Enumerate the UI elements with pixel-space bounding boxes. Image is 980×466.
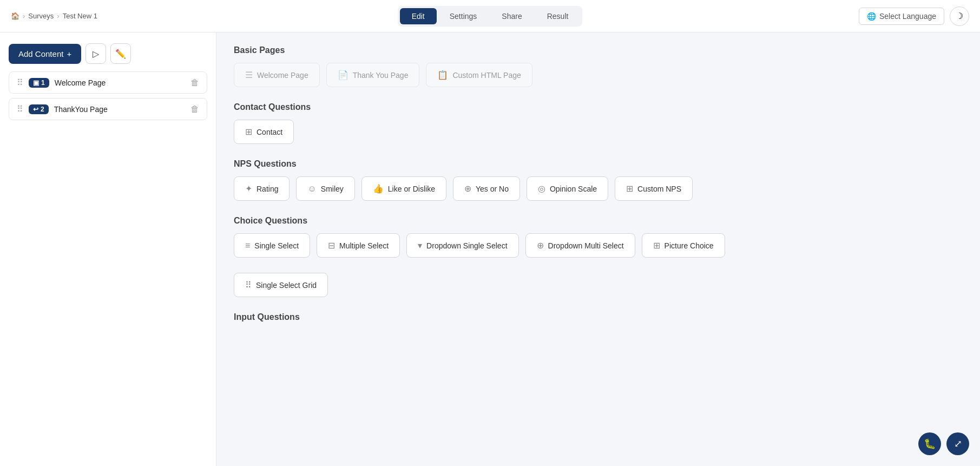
section-basic-pages: Basic Pages ☰ Welcome Page 📄 Thank You P… xyxy=(234,45,963,87)
card-multiple-select[interactable]: ⊟ Multiple Select xyxy=(317,233,400,258)
yes-or-no-icon: ⊕ xyxy=(464,183,471,194)
expand-icon: ⤢ xyxy=(954,438,962,450)
picture-choice-icon: ⊞ xyxy=(653,240,660,251)
cards-row-choice-2: ⠿ Single Select Grid xyxy=(234,273,963,297)
card-contact[interactable]: ⊞ Contact xyxy=(234,120,294,144)
select-language-button[interactable]: 🌐 Select Language xyxy=(859,8,944,25)
opinion-scale-icon: ◎ xyxy=(538,183,545,194)
page-label-1: Welcome Page xyxy=(55,78,185,87)
card-rating[interactable]: ✦ Rating xyxy=(234,176,290,201)
sep-2: › xyxy=(57,12,59,20)
section-contact-questions: Contact Questions ⊞ Contact xyxy=(234,102,963,144)
sidebar: Add Content + ▷ ✏️ ⠿ ▣ 1 Welcome Page 🗑 xyxy=(0,32,216,466)
language-icon: 🌐 xyxy=(867,12,876,21)
card-smiley[interactable]: ☺ Smiley xyxy=(296,176,354,201)
card-like-or-dislike[interactable]: 👍 Like or Dislike xyxy=(361,176,446,201)
section-title-choice: Choice Questions xyxy=(234,216,963,226)
fab-area: 🐛 ⤢ xyxy=(918,432,969,455)
card-label-multiple-select: Multiple Select xyxy=(339,241,389,250)
dark-mode-toggle[interactable]: ☽ xyxy=(950,6,969,26)
cards-row-choice: ≡ Single Select ⊟ Multiple Select ▾ Drop… xyxy=(234,233,963,258)
card-dropdown-single-select[interactable]: ▾ Dropdown Single Select xyxy=(406,233,518,258)
nav-tabs: Edit Settings Share Result xyxy=(398,6,583,27)
breadcrumb-area: 🏠 › Surveys › Test New 1 xyxy=(11,12,393,20)
sidebar-item-thankyou-page[interactable]: ⠿ ↩ 2 ThankYou Page 🗑 xyxy=(9,98,207,120)
card-label-picture-choice: Picture Choice xyxy=(665,241,714,250)
sep-1: › xyxy=(23,12,25,20)
section-nps-questions: NPS Questions ✦ Rating ☺ Smiley 👍 Like o… xyxy=(234,159,963,201)
badge-icon-1: ▣ xyxy=(33,79,39,87)
card-label-dropdown-multi-select: Dropdown Multi Select xyxy=(548,241,624,250)
tab-edit[interactable]: Edit xyxy=(400,8,437,24)
single-select-icon: ≡ xyxy=(245,241,250,251)
section-title-contact: Contact Questions xyxy=(234,102,963,112)
multiple-select-icon: ⊟ xyxy=(328,240,335,251)
tab-result[interactable]: Result xyxy=(535,8,581,24)
card-label-like-or-dislike: Like or Dislike xyxy=(388,185,435,193)
cards-row-contact: ⊞ Contact xyxy=(234,120,963,144)
card-yes-or-no[interactable]: ⊕ Yes or No xyxy=(453,176,520,201)
tab-share[interactable]: Share xyxy=(490,8,534,24)
card-dropdown-multi-select[interactable]: ⊕ Dropdown Multi Select xyxy=(525,233,635,258)
edit-icon-button[interactable]: ✏️ xyxy=(110,43,131,64)
delete-page-1-button[interactable]: 🗑 xyxy=(190,78,199,88)
card-label-rating: Rating xyxy=(256,185,278,193)
plus-icon: + xyxy=(67,49,71,58)
card-custom-html-page[interactable]: 📋 Custom HTML Page xyxy=(426,63,532,87)
card-picture-choice[interactable]: ⊞ Picture Choice xyxy=(642,233,725,258)
main-layout: Add Content + ▷ ✏️ ⠿ ▣ 1 Welcome Page 🗑 xyxy=(0,32,980,466)
tab-settings[interactable]: Settings xyxy=(438,8,489,24)
card-single-select-grid[interactable]: ⠿ Single Select Grid xyxy=(234,273,328,297)
bug-report-button[interactable]: 🐛 xyxy=(918,432,941,455)
section-input-questions: Input Questions xyxy=(234,312,963,322)
section-choice-questions: Choice Questions ≡ Single Select ⊟ Multi… xyxy=(234,216,963,297)
topnav: 🏠 › Surveys › Test New 1 Edit Settings S… xyxy=(0,0,980,32)
thank-you-page-icon: 📄 xyxy=(338,70,348,80)
add-content-button[interactable]: Add Content + xyxy=(9,44,81,64)
expand-button[interactable]: ⤢ xyxy=(946,432,969,455)
card-opinion-scale[interactable]: ◎ Opinion Scale xyxy=(527,176,608,201)
card-label-dropdown-single-select: Dropdown Single Select xyxy=(426,241,507,250)
cards-row-basic-pages: ☰ Welcome Page 📄 Thank You Page 📋 Custom… xyxy=(234,63,963,87)
breadcrumb-surveys[interactable]: Surveys xyxy=(28,12,54,20)
preview-button[interactable]: ▷ xyxy=(85,43,106,64)
sidebar-pages: ⠿ ▣ 1 Welcome Page 🗑 ⠿ ↩ 2 ThankYou Page… xyxy=(9,71,207,120)
card-thank-you-page[interactable]: 📄 Thank You Page xyxy=(326,63,420,87)
delete-page-2-button[interactable]: 🗑 xyxy=(190,104,199,114)
content-area: Basic Pages ☰ Welcome Page 📄 Thank You P… xyxy=(216,32,980,466)
card-label-single-select-grid: Single Select Grid xyxy=(256,281,317,290)
breadcrumb-survey-name: Test New 1 xyxy=(63,12,97,20)
badge-number-2: 2 xyxy=(41,106,44,113)
card-welcome-page[interactable]: ☰ Welcome Page xyxy=(234,63,320,87)
page-label-2: ThankYou Page xyxy=(54,105,185,114)
home-icon[interactable]: 🏠 xyxy=(11,12,19,20)
cards-row-nps: ✦ Rating ☺ Smiley 👍 Like or Dislike ⊕ Ye… xyxy=(234,176,963,201)
card-label-custom-html-page: Custom HTML Page xyxy=(452,71,521,80)
add-content-label: Add Content xyxy=(18,49,63,58)
page-badge-1: ▣ 1 xyxy=(29,78,49,88)
card-label-opinion-scale: Opinion Scale xyxy=(550,185,597,193)
welcome-page-icon: ☰ xyxy=(245,70,253,80)
bug-icon: 🐛 xyxy=(924,438,936,450)
preview-icon: ▷ xyxy=(93,49,99,59)
dropdown-multi-select-icon: ⊕ xyxy=(537,240,544,251)
like-or-dislike-icon: 👍 xyxy=(373,183,384,194)
card-label-contact: Contact xyxy=(256,128,282,136)
page-badge-2: ↩ 2 xyxy=(29,104,49,114)
drag-handle-1: ⠿ xyxy=(17,77,23,88)
section-title-input: Input Questions xyxy=(234,312,963,322)
card-label-single-select: Single Select xyxy=(254,241,299,250)
topnav-right: 🌐 Select Language ☽ xyxy=(587,6,969,26)
card-custom-nps[interactable]: ⊞ Custom NPS xyxy=(615,176,693,201)
smiley-icon: ☺ xyxy=(307,184,316,194)
rating-icon: ✦ xyxy=(245,183,252,194)
section-title-basic-pages: Basic Pages xyxy=(234,45,963,55)
section-title-nps: NPS Questions xyxy=(234,159,963,169)
contact-icon: ⊞ xyxy=(245,127,252,137)
card-single-select[interactable]: ≡ Single Select xyxy=(234,233,310,258)
card-label-smiley: Smiley xyxy=(321,185,344,193)
custom-nps-icon: ⊞ xyxy=(626,183,633,194)
card-label-welcome-page: Welcome Page xyxy=(257,71,308,80)
sidebar-item-welcome-page[interactable]: ⠿ ▣ 1 Welcome Page 🗑 xyxy=(9,71,207,94)
badge-icon-2: ↩ xyxy=(33,106,38,113)
